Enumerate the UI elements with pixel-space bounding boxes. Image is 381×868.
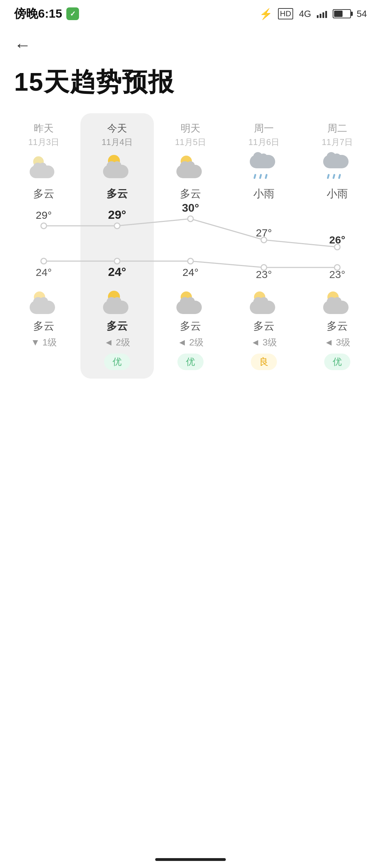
- status-right: ⚡ HD 4G 54: [259, 8, 367, 20]
- aqi-badge-mon: 良: [251, 354, 277, 370]
- bottom-cond-tue: 多云: [327, 319, 348, 333]
- col-tue: 周二 11月7日 小雨: [301, 113, 374, 203]
- cond-yesterday: 多云: [33, 187, 54, 201]
- bottom-col-tomorrow: 多云 ◄ 2级 优: [154, 287, 227, 379]
- battery-text: 54: [357, 8, 367, 19]
- time-text: 傍晚6:15: [14, 6, 62, 22]
- col-mon: 周一 11月6日 小雨: [227, 113, 301, 203]
- battery-icon: [333, 9, 351, 18]
- shield-icon: ✓: [66, 7, 79, 20]
- svg-point-11: [114, 258, 120, 264]
- bottom-cond-mon: 多云: [253, 319, 274, 333]
- bluetooth-icon: ⚡: [259, 8, 272, 20]
- svg-text:23°: 23°: [256, 269, 272, 280]
- day-label-today: 今天: [107, 122, 127, 135]
- date-label-tue: 11月7日: [322, 137, 353, 148]
- svg-text:24°: 24°: [182, 266, 198, 278]
- temp-chart: 29° 29° 30° 27° 26° 24° 24° 24° 23° 23°: [7, 208, 374, 279]
- svg-point-2: [188, 216, 193, 222]
- bottom-cond-today: 多云: [107, 319, 128, 333]
- svg-text:24°: 24°: [108, 265, 126, 278]
- svg-text:23°: 23°: [329, 269, 345, 280]
- cond-today: 多云: [107, 187, 128, 201]
- home-indicator: [155, 858, 226, 861]
- date-label-today: 11月4日: [102, 137, 133, 148]
- wind-mon: ◄ 3级: [251, 336, 277, 349]
- cond-tue: 小雨: [327, 187, 348, 201]
- bottom-icon-tue: [323, 291, 351, 315]
- bottom-col-today: 多云 ◄ 2级 优: [80, 287, 154, 379]
- wind-tue: ◄ 3级: [324, 336, 350, 349]
- svg-text:26°: 26°: [329, 234, 345, 246]
- bottom-icon-today: [103, 291, 131, 315]
- wind-today: ◄ 2级: [104, 336, 130, 349]
- bottom-col-tue: 多云 ◄ 3级 优: [301, 287, 374, 379]
- bottom-cond-yesterday: 多云: [33, 319, 54, 333]
- svg-text:30°: 30°: [182, 201, 199, 214]
- hd-icon: HD: [278, 8, 294, 19]
- svg-text:24°: 24°: [36, 266, 52, 278]
- weather-icon-mon: [250, 155, 278, 180]
- back-button[interactable]: ←: [0, 25, 381, 62]
- date-label-yesterday: 11月3日: [28, 137, 59, 148]
- svg-text:29°: 29°: [36, 209, 52, 221]
- date-label-tomorrow: 11月5日: [175, 137, 206, 148]
- status-time: 傍晚6:15 ✓: [14, 6, 79, 22]
- bottom-cond-tomorrow: 多云: [180, 319, 201, 333]
- wind-yesterday: ▼ 1级: [31, 336, 56, 349]
- aqi-badge-tomorrow: 优: [177, 354, 204, 370]
- wind-tomorrow: ◄ 2级: [177, 336, 203, 349]
- col-today: 今天 11月4日 多云: [80, 113, 154, 203]
- weather-icon-tue: [323, 155, 351, 180]
- network-icon: 4G: [299, 8, 311, 19]
- day-label-yesterday: 昨天: [34, 122, 54, 135]
- bottom-icon-tomorrow: [176, 291, 205, 315]
- aqi-badge-today: 优: [104, 354, 130, 370]
- aqi-badge-tue: 优: [324, 354, 350, 370]
- col-tomorrow: 明天 11月5日 多云: [154, 113, 227, 203]
- bottom-icon-mon: [250, 291, 278, 315]
- signal-icon: [317, 10, 327, 18]
- svg-point-12: [188, 258, 193, 264]
- day-label-mon: 周一: [254, 122, 274, 135]
- cond-tomorrow: 多云: [180, 187, 201, 201]
- svg-point-1: [114, 223, 120, 229]
- svg-text:27°: 27°: [256, 227, 272, 239]
- svg-point-10: [41, 258, 47, 264]
- bottom-col-mon: 多云 ◄ 3级 良: [227, 287, 301, 379]
- weather-icon-today: [103, 155, 131, 180]
- svg-text:29°: 29°: [108, 208, 126, 221]
- weather-icon-yesterday: [30, 155, 58, 180]
- bottom-col-yesterday: 多云 ▼ 1级: [7, 287, 80, 379]
- weather-icon-tomorrow: [176, 155, 205, 180]
- status-bar: 傍晚6:15 ✓ ⚡ HD 4G 54: [0, 0, 381, 25]
- col-yesterday: 昨天 11月3日 多云: [7, 113, 80, 203]
- day-label-tomorrow: 明天: [181, 122, 200, 135]
- svg-point-0: [41, 223, 47, 229]
- cond-mon: 小雨: [253, 187, 274, 201]
- bottom-icon-yesterday: [30, 291, 58, 315]
- page-title: 15天趋势预报: [0, 62, 381, 113]
- day-label-tue: 周二: [327, 122, 347, 135]
- back-arrow: ←: [14, 36, 31, 54]
- date-label-mon: 11月6日: [248, 137, 279, 148]
